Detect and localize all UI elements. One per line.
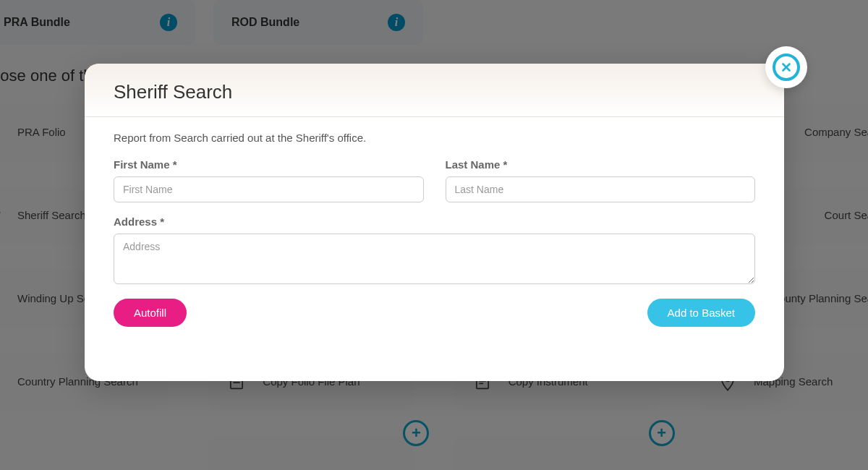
last-name-label: Last Name * <box>446 158 756 171</box>
sheriff-search-modal: Sheriff Search Report from Search carrie… <box>85 64 784 381</box>
modal-description: Report from Search carried out at the Sh… <box>114 132 755 144</box>
modal-header: Sheriff Search <box>85 64 784 117</box>
modal-title: Sheriff Search <box>114 81 755 103</box>
close-button[interactable] <box>765 46 807 88</box>
modal-body: Report from Search carried out at the Sh… <box>85 117 784 344</box>
address-textarea[interactable] <box>114 234 755 284</box>
first-name-input[interactable] <box>114 176 424 202</box>
close-icon <box>773 54 800 81</box>
last-name-input[interactable] <box>446 176 756 202</box>
add-to-basket-button[interactable]: Add to Basket <box>647 299 755 327</box>
autofill-button[interactable]: Autofill <box>114 299 187 327</box>
first-name-label: First Name * <box>114 158 424 171</box>
address-label: Address * <box>114 215 755 228</box>
